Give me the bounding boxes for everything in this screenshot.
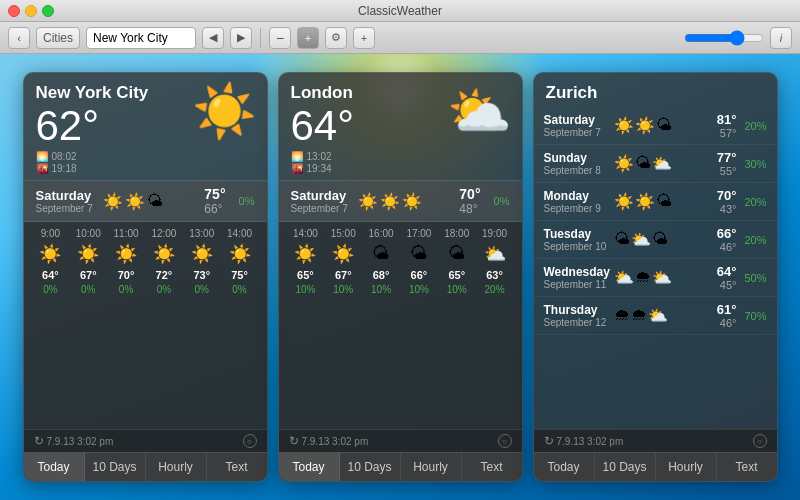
week-precip-3: 20% <box>737 234 767 246</box>
tab-10days-nyc[interactable]: 10 Days <box>85 453 146 481</box>
today-day-london: Saturday <box>291 188 348 203</box>
tab-today-zurich[interactable]: Today <box>534 453 595 481</box>
today-precip-london: 0% <box>485 195 510 207</box>
settings-button[interactable]: ⚙ <box>325 27 347 49</box>
footer-text-london: ↻ 7.9.13 3:02 pm <box>289 434 369 448</box>
hl-icon-3: 🌤 <box>404 243 434 265</box>
main-content: New York City 62° ☀️ 🌅 08:02 🌇 19:18 Sat… <box>0 54 800 500</box>
week-row-3: Tuesday September 10 🌤 ⛅ 🌤 66° 46° 20% <box>534 221 777 259</box>
tab-10days-zurich[interactable]: 10 Days <box>595 453 656 481</box>
week-row-4: Wednesday September 11 ⛅ 🌧 ⛅ 64° 45° 50% <box>534 259 777 297</box>
hl-temp-1: 67° <box>328 269 358 281</box>
maximize-button[interactable] <box>42 5 54 17</box>
tab-today-nyc[interactable]: Today <box>24 453 85 481</box>
tab-text-zurich[interactable]: Text <box>717 453 777 481</box>
hour-labels-nyc: 9:00 10:00 11:00 12:00 13:00 14:00 <box>24 226 267 241</box>
refresh-icon-nyc: ↻ <box>34 434 44 448</box>
h-precip-2: 0% <box>111 284 141 295</box>
footer-circle-zurich: ○ <box>753 434 767 448</box>
titlebar: ClassicWeather <box>0 0 800 22</box>
next-button[interactable]: ▶ <box>230 27 252 49</box>
week-icons-2: ☀️ ☀️ 🌤 <box>614 192 697 211</box>
tab-hourly-zurich[interactable]: Hourly <box>656 453 717 481</box>
sunrise-london: 🌅 13:02 <box>291 151 510 162</box>
hour-label-1: 10:00 <box>73 228 103 239</box>
hl-temp-2: 68° <box>366 269 396 281</box>
today-icon-london-3: ☀️ <box>402 192 422 211</box>
h-precip-4: 0% <box>187 284 217 295</box>
city-name-zurich: Zurich <box>546 83 765 103</box>
hour-label-5: 14:00 <box>225 228 255 239</box>
tab-text-london[interactable]: Text <box>462 453 522 481</box>
info-button[interactable]: i <box>770 27 792 49</box>
app-title: ClassicWeather <box>358 4 442 18</box>
h-icon-5: ☀️ <box>225 243 255 265</box>
toolbar: ‹ Cities ◀ ▶ − + ⚙ + i <box>0 22 800 54</box>
card-top-london: London 64° ⛅ 🌅 13:02 🌇 19:34 <box>279 73 522 180</box>
hour-label-0: 9:00 <box>35 228 65 239</box>
tab-10days-london[interactable]: 10 Days <box>340 453 401 481</box>
today-icon-2: ☀️ <box>125 192 145 211</box>
tab-today-london[interactable]: Today <box>279 453 340 481</box>
footer-circle-nyc: ○ <box>243 434 257 448</box>
today-row-nyc: Saturday September 7 ☀️ ☀️ 🌤 75° 66° 0% <box>24 180 267 222</box>
hl-precip-4: 10% <box>442 284 472 295</box>
week-day-info-4: Wednesday September 11 <box>544 265 614 290</box>
week-icons-3: 🌤 ⛅ 🌤 <box>614 230 697 249</box>
sun-times-nyc: 🌅 08:02 🌇 19:18 <box>36 151 255 174</box>
zoom-in-button[interactable]: + <box>297 27 319 49</box>
hl-precip-0: 10% <box>290 284 320 295</box>
today-day-nyc: Saturday <box>36 188 93 203</box>
card-footer-nyc: ↻ 7.9.13 3:02 pm ○ <box>24 429 267 452</box>
tab-hourly-london[interactable]: Hourly <box>401 453 462 481</box>
hl-icon-2: 🌤 <box>366 243 396 265</box>
week-temps-4: 64° 45° <box>697 264 737 291</box>
hour-label-3: 12:00 <box>149 228 179 239</box>
week-row-5: Thursday September 12 🌧 🌧 ⛅ 61° 46° 70% <box>534 297 777 335</box>
hl-temp-5: 63° <box>480 269 510 281</box>
hour-icons-london: ☀️ ☀️ 🌤 🌤 🌤 ⛅ <box>279 241 522 267</box>
hour-label-2: 11:00 <box>111 228 141 239</box>
week-icons-5: 🌧 🌧 ⛅ <box>614 306 697 325</box>
card-tabs-london: Today 10 Days Hourly Text <box>279 452 522 481</box>
week-temps-3: 66° 46° <box>697 226 737 253</box>
tab-hourly-nyc[interactable]: Hourly <box>146 453 207 481</box>
week-precip-0: 20% <box>737 120 767 132</box>
hour-precips-nyc: 0% 0% 0% 0% 0% 0% <box>24 283 267 296</box>
minimize-button[interactable] <box>25 5 37 17</box>
prev-button[interactable]: ◀ <box>202 27 224 49</box>
back-button[interactable]: ‹ <box>8 27 30 49</box>
today-row-london: Saturday September 7 ☀️ ☀️ ☀️ 70° 48° 0% <box>279 180 522 222</box>
cities-button[interactable]: Cities <box>36 27 80 49</box>
sunrise-icon-nyc: 🌅 <box>36 151 48 162</box>
weather-icon-london: ⛅ <box>447 81 512 142</box>
sunset-icon-london: 🌇 <box>291 163 303 174</box>
hl-icon-5: ⛅ <box>480 243 510 265</box>
today-precip-nyc: 0% <box>230 195 255 207</box>
refresh-icon-zurich: ↻ <box>544 434 554 448</box>
hl-icon-4: 🌤 <box>442 243 472 265</box>
zoom-out-button[interactable]: − <box>269 27 291 49</box>
hl-precip-2: 10% <box>366 284 396 295</box>
hl-temp-4: 65° <box>442 269 472 281</box>
hour-icons-nyc: ☀️ ☀️ ☀️ ☀️ ☀️ ☀️ <box>24 241 267 267</box>
today-icon-london-1: ☀️ <box>358 192 378 211</box>
city-input[interactable] <box>86 27 196 49</box>
sunrise-nyc: 🌅 08:02 <box>36 151 255 162</box>
sunrise-icon-london: 🌅 <box>291 151 303 162</box>
h-temp-4: 73° <box>187 269 217 281</box>
week-day-info-5: Thursday September 12 <box>544 303 614 328</box>
week-day-info-2: Monday September 9 <box>544 189 614 214</box>
h-icon-2: ☀️ <box>111 243 141 265</box>
add-button[interactable]: + <box>353 27 375 49</box>
h-temp-0: 64° <box>35 269 65 281</box>
week-row-2: Monday September 9 ☀️ ☀️ 🌤 70° 43° 20% <box>534 183 777 221</box>
week-precip-5: 70% <box>737 310 767 322</box>
h-precip-1: 0% <box>73 284 103 295</box>
zoom-slider[interactable] <box>684 30 764 46</box>
hl-icon-0: ☀️ <box>290 243 320 265</box>
week-temps-5: 61° 46° <box>697 302 737 329</box>
tab-text-nyc[interactable]: Text <box>207 453 267 481</box>
close-button[interactable] <box>8 5 20 17</box>
today-icon-3: 🌤 <box>147 192 163 211</box>
